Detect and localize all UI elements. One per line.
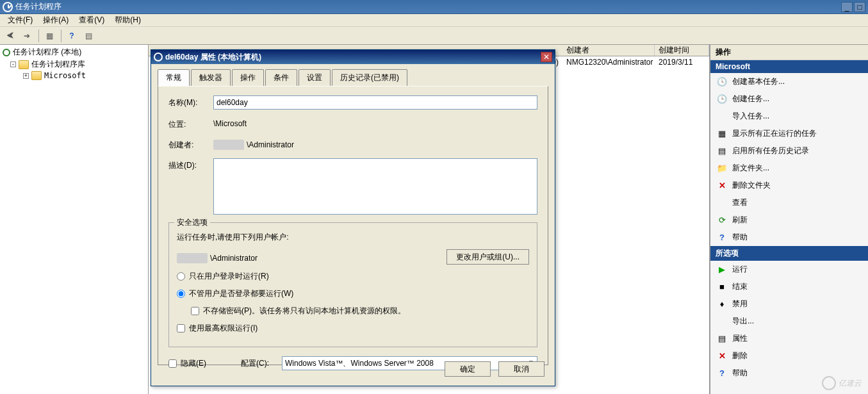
toolbar-show-button[interactable]: ▦ [42,29,57,43]
dialog-title: del60day 属性 (本地计算机) [165,52,541,63]
action-enable-history[interactable]: ▤启用所有任务历史记录 [710,142,868,160]
cancel-button[interactable]: 取消 [498,361,545,377]
menu-file[interactable]: 文件(F) [3,13,38,27]
play-icon: ▶ [717,265,727,275]
ok-button[interactable]: 确定 [445,361,491,377]
tab-conditions[interactable]: 条件 [265,69,297,86]
tree-microsoft-node[interactable]: + Microsoft [1,70,147,81]
minimize-button[interactable]: _ [841,2,853,12]
action-import-task[interactable]: 导入任务... [710,108,868,125]
action-export[interactable]: 导出... [710,313,868,330]
wizard-icon: 🕓 [717,77,727,87]
delete-icon: ✕ [717,181,727,191]
action-delete-folder[interactable]: ✕删除文件夹 [710,177,868,194]
restore-button[interactable]: □ [854,2,865,12]
running-icon: ▦ [717,129,727,139]
history-icon: ▤ [717,146,727,156]
actions-pane: 操作 Microsoft 🕓创建基本任务... 🕒创建任务... 导入任务...… [710,45,868,394]
action-properties[interactable]: ▤属性 [710,330,868,347]
actions-section-selected: 所选项 [710,246,868,261]
radio-run-always[interactable]: 不管用户是否登录都要运行(W) [177,288,529,299]
col-creator[interactable]: 创建者 [562,45,655,56]
security-desc: 运行任务时,请使用下列用户帐户: [177,232,529,243]
action-create-task[interactable]: 🕒创建任务... [710,90,868,108]
task-scheduler-icon [3,2,13,12]
action-view[interactable]: 查看 [710,194,868,211]
no-password-checkbox[interactable] [191,307,199,315]
menu-bar: 文件(F) 操作(A) 查看(V) 帮助(H) [0,14,868,27]
watermark-text: 亿速云 [839,378,862,389]
menu-action[interactable]: 操作(A) [38,13,74,27]
action-delete[interactable]: ✕删除 [710,347,868,365]
toolbar-separator [61,29,61,42]
tab-actions[interactable]: 操作 [232,69,264,86]
collapse-icon[interactable]: - [10,62,16,67]
close-button[interactable]: ✕ [541,52,552,62]
stop-icon: ■ [717,282,727,292]
watermark: 亿速云 [822,376,862,390]
dialog-title-bar[interactable]: del60day 属性 (本地计算机) ✕ [151,50,555,64]
actions-section-microsoft: Microsoft [710,60,868,73]
expand-icon[interactable]: + [23,73,29,79]
action-new-folder[interactable]: 📁新文件夹... [710,160,868,177]
dialog-tabs: 常规 触发器 操作 条件 设置 历史记录(已禁用) [151,64,555,86]
task-icon [154,53,163,62]
tab-general[interactable]: 常规 [158,69,190,86]
folder-icon [19,60,29,69]
export-icon [717,316,727,327]
import-icon [717,111,727,122]
tab-triggers[interactable]: 触发器 [191,69,231,86]
highest-priv-checkbox[interactable] [177,324,185,332]
action-help[interactable]: ?帮助 [710,229,868,246]
refresh-icon: ⟳ [717,215,727,226]
tab-history[interactable]: 历史记录(已禁用) [332,69,407,86]
description-label: 描述(D): [168,158,213,171]
tree-library-label: 任务计划程序库 [31,59,85,70]
configure-for-label: 配置(C): [241,358,269,369]
menu-help[interactable]: 帮助(H) [110,13,146,27]
name-input[interactable] [213,95,537,110]
description-input[interactable] [213,158,537,215]
location-value: \Microsoft [213,117,247,128]
author-label: 创建者: [168,138,213,151]
disable-icon: ♦ [717,299,727,309]
action-refresh[interactable]: ⟳刷新 [710,211,868,229]
col-create-time[interactable]: 创建时间 [655,45,709,56]
toolbar-props-button[interactable]: ▤ [81,29,96,43]
toolbar-separator [38,29,39,42]
name-label: 名称(M): [168,95,213,108]
help-icon[interactable]: ? [64,29,79,43]
location-label: 位置: [168,117,213,130]
action-run[interactable]: ▶运行 [710,261,868,278]
tree-library-node[interactable]: - 任务计划程序库 [1,58,147,70]
row-create-time: 2019/3/11 [655,58,709,67]
delete-icon: ✕ [717,351,727,361]
action-disable[interactable]: ♦禁用 [710,295,868,313]
radio-always-input[interactable] [177,290,185,298]
check-no-password[interactable]: 不存储密码(P)。该任务将只有访问本地计算机资源的权限。 [177,306,529,316]
radio-run-logged-on[interactable]: 只在用户登录时运行(R) [177,271,529,282]
tree-root-node[interactable]: 任务计划程序 (本地) [1,46,147,58]
actions-pane-title: 操作 [710,45,868,60]
row-creator: NMG12320\Administrator [562,58,655,67]
help-icon: ? [717,233,727,243]
security-legend: 安全选项 [174,217,210,228]
check-hidden[interactable]: 隐藏(E) [168,358,206,369]
tree-root-label: 任务计划程序 (本地) [13,47,81,58]
menu-view[interactable]: 查看(V) [74,13,110,27]
radio-logged-on-input[interactable] [177,272,185,281]
toolbar: ⮜ ➔ ▦ ? ▤ [0,27,868,45]
tab-settings[interactable]: 设置 [299,69,331,86]
change-user-button[interactable]: 更改用户或组(U)... [446,249,529,265]
tree-microsoft-label: Microsoft [44,71,86,80]
action-create-basic-task[interactable]: 🕓创建基本任务... [710,73,868,90]
hidden-checkbox[interactable] [168,359,177,368]
properties-icon: ▤ [717,334,727,344]
navigation-tree: 任务计划程序 (本地) - 任务计划程序库 + Microsoft [0,45,149,394]
action-end[interactable]: ■结束 [710,278,868,295]
redacted-domain: xxxx [213,140,244,150]
action-show-running[interactable]: ▦显示所有正在运行的任务 [710,125,868,142]
nav-fwd-button[interactable]: ➔ [19,29,35,43]
check-highest-priv[interactable]: 使用最高权限运行(I) [177,323,529,334]
nav-back-button[interactable]: ⮜ [3,29,18,43]
